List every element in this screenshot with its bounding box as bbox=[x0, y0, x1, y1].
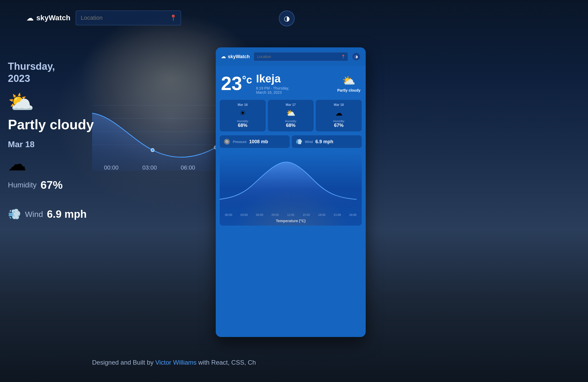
forecast-date-1: Mar 17 bbox=[270, 103, 312, 107]
pressure-icon: 🔘 bbox=[224, 138, 230, 145]
forecast-item-0: Mar 16 ☀ Humidity 68% bbox=[220, 100, 266, 131]
forecast-humidity-label-1: Humidity bbox=[270, 120, 312, 123]
overlay-logo-text: skyWatch bbox=[228, 54, 250, 59]
location-input[interactable] bbox=[76, 11, 181, 25]
main-condition: Partly cloudy bbox=[8, 117, 97, 132]
wind-icon: 💨 bbox=[8, 208, 21, 220]
overlay-location-input[interactable] bbox=[254, 52, 348, 61]
wind-row: 💨 Wind 6.9 mph bbox=[8, 208, 87, 220]
overlay-logo: ☁ skyWatch bbox=[221, 54, 250, 59]
forecast-icon-1: ⛅ bbox=[270, 109, 312, 117]
attribution: Designed and Built by Victor Williams wi… bbox=[92, 359, 256, 366]
wind-label: Wind bbox=[25, 210, 43, 219]
attribution-link[interactable]: Victor Williams bbox=[155, 359, 197, 366]
forecast-date-2: Mar 18 bbox=[318, 103, 360, 107]
chart-cloud-overlay bbox=[220, 178, 362, 226]
overlay-condition-icon: ⛅ bbox=[337, 75, 360, 87]
wind-value: 6.9 mph bbox=[47, 208, 87, 220]
overlay-theme-icon: ◑ bbox=[355, 54, 358, 59]
overlay-theme-button[interactable]: ◑ bbox=[352, 52, 360, 61]
overlay-location-wrap: 📍 bbox=[254, 52, 348, 61]
wind-stat-icon: 💨 bbox=[296, 138, 302, 145]
pressure-value: 1008 mb bbox=[249, 139, 268, 145]
year-label: 2023 bbox=[8, 73, 97, 85]
humidity-value: 67% bbox=[41, 179, 63, 191]
forecast-humidity-label-0: Humidity bbox=[222, 120, 264, 123]
overlay-logo-icon: ☁ bbox=[221, 54, 226, 59]
wind-stat-value: 6.9 mph bbox=[315, 139, 333, 145]
forecast-icon-0: ☀ bbox=[222, 109, 264, 117]
overlay-current-weather: 23°c Ikeja 6:19 PM - Thursday, March 16,… bbox=[216, 66, 366, 100]
stat-wind: 💨 Wind 6.9 mph bbox=[292, 135, 362, 148]
overlay-app: ☁ skyWatch 📍 ◑ 23°c Ikeja 6:19 PM - Thur… bbox=[216, 47, 366, 337]
forecast-humidity-label-2: Humidity bbox=[318, 120, 360, 123]
overlay-stats-row: 🔘 Pressure 1008 mb 💨 Wind 6.9 mph bbox=[216, 135, 366, 152]
wind-stat-label: Wind bbox=[305, 140, 313, 144]
logo-text: skyWatch bbox=[36, 14, 71, 22]
stat-pressure: 🔘 Pressure 1008 mb bbox=[220, 135, 290, 148]
theme-toggle-button[interactable]: ◑ bbox=[279, 11, 295, 26]
forecast-icon-2: ☁ bbox=[318, 109, 360, 117]
forecast-humidity-value-1: 68% bbox=[270, 123, 312, 128]
forecast-humidity-value-0: 68% bbox=[222, 123, 264, 128]
overlay-pin-icon: 📍 bbox=[341, 54, 345, 59]
overlay-datetime: 6:19 PM - Thursday, March 16, 2023 bbox=[256, 86, 333, 95]
location-pin-icon: 📍 bbox=[170, 14, 177, 21]
forecast-item-2: Mar 18 ☁ Humidity 67% bbox=[316, 100, 362, 131]
weather-main-info: Thursday, 2023 ⛅ Partly cloudy bbox=[0, 53, 105, 140]
overlay-city-block: Ikeja 6:19 PM - Thursday, March 16, 2023 bbox=[252, 72, 337, 95]
forecast-icon: ☁ bbox=[8, 153, 84, 175]
humidity-label: Humidity bbox=[8, 181, 37, 189]
day-label: Thursday, bbox=[8, 61, 97, 73]
overlay-condition-block: ⛅ Partly cloudy bbox=[337, 75, 360, 92]
main-header: ☁ skyWatch 📍 bbox=[26, 11, 181, 25]
location-input-container: 📍 bbox=[76, 11, 181, 25]
logo-icon: ☁ bbox=[26, 14, 34, 22]
forecast-date-0: Mar 16 bbox=[222, 103, 264, 107]
pressure-label: Pressure bbox=[233, 140, 247, 144]
overlay-header: ☁ skyWatch 📍 ◑ bbox=[216, 47, 366, 66]
forecast-item-1: Mar 17 ⛅ Humidity 68% bbox=[268, 100, 314, 131]
forecast-date: Mar 18 bbox=[8, 140, 84, 149]
overlay-condition-text: Partly cloudy bbox=[337, 88, 360, 92]
overlay-chart-area: 00:00 03:00 06:00 09:00 12:00 15:00 18:0… bbox=[220, 152, 362, 226]
overlay-forecast-row: Mar 16 ☀ Humidity 68% Mar 17 ⛅ Humidity … bbox=[216, 100, 366, 135]
humidity-row: Humidity 67% bbox=[8, 179, 84, 191]
logo-area: ☁ skyWatch bbox=[26, 14, 71, 22]
overlay-temperature: 23°c bbox=[221, 74, 252, 93]
theme-icon: ◑ bbox=[284, 14, 290, 23]
svg-point-4 bbox=[151, 148, 154, 152]
overlay-city: Ikeja bbox=[256, 72, 333, 85]
forecast-humidity-value-2: 67% bbox=[318, 123, 360, 128]
main-weather-icon: ⛅ bbox=[8, 90, 97, 115]
forecast-card-area: Mar 18 ☁ Humidity 67% bbox=[0, 132, 92, 199]
overlay-temp-unit: °c bbox=[242, 74, 252, 86]
